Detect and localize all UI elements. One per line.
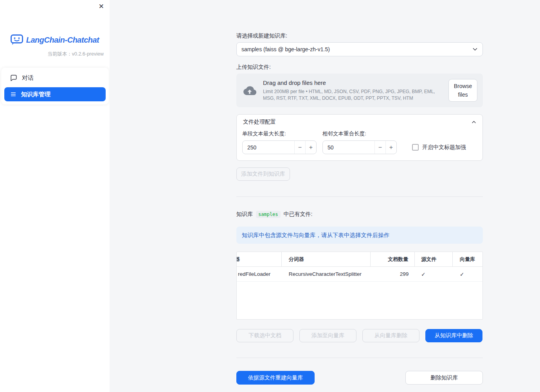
chevron-up-icon (471, 119, 477, 125)
kb-select-label: 请选择或新建知识库: (236, 32, 483, 40)
cell-vector-store-check: ✓ (453, 267, 482, 281)
table-header-row: 器 分词器 文档数量 源文件 向量库 (237, 252, 482, 267)
chinese-title-checkbox[interactable] (412, 144, 419, 151)
sidebar-menu: 对话 知识库管理 (1, 68, 109, 104)
add-to-vector-store-button[interactable]: 添加至向量库 (299, 329, 356, 342)
file-config-expander-header[interactable]: 文件处理配置 (237, 115, 482, 129)
cloud-upload-icon (243, 85, 257, 96)
kb-files-suffix: 中已有文件: (284, 211, 313, 218)
kb-selectbox-value: samples (faiss @ bge-large-zh-v1.5) (241, 46, 330, 52)
table-row[interactable]: redFileLoader RecursiveCharacterTextSpli… (237, 267, 482, 282)
overlap-size-value[interactable]: 50 (323, 141, 374, 154)
kb-name-code: samples (256, 211, 281, 218)
chevron-down-icon (472, 46, 479, 53)
sidebar-item-knowledge-base[interactable]: 知识库管理 (4, 87, 106, 101)
cell-splitter: RecursiveCharacterTextSplitter (282, 267, 371, 281)
delete-kb-button[interactable]: 删除知识库 (405, 371, 483, 385)
app-logo-text: LangChain-Chatchat (26, 36, 99, 45)
cell-doc-count: 299 (371, 267, 415, 281)
chunk-size-value[interactable]: 250 (243, 141, 294, 154)
close-icon: ✕ (99, 3, 104, 10)
drop-text: Drag and drop files here (263, 79, 442, 86)
chunk-size-input: 250 − + (242, 140, 317, 154)
knowledge-base-icon (10, 91, 16, 97)
kb-management-buttons: 依据源文件重建向量库 删除知识库 (236, 371, 483, 385)
cell-loader: redFileLoader (237, 267, 282, 281)
kb-files-heading: 知识库 samples 中已有文件: (236, 211, 483, 218)
file-action-buttons: 下载选中文档 添加至向量库 从向量库删除 从知识库中删除 (236, 329, 483, 342)
browse-files-button[interactable]: Browse files (448, 79, 477, 102)
kb-files-prefix: 知识库 (236, 211, 253, 218)
overlap-size-input: 50 − + (322, 140, 397, 154)
overlap-size-increment-button[interactable]: + (385, 141, 396, 154)
divider (236, 358, 483, 358)
kb-selectbox[interactable]: samples (faiss @ bge-large-zh-v1.5) (236, 42, 483, 56)
upload-limit-text: Limit 200MB per file • HTML, MD, JSON, C… (263, 88, 442, 101)
overlap-size-group: 相邻文本重合长度: 50 − + (322, 130, 397, 154)
chinese-title-checkbox-label: 开启中文标题加强 (422, 144, 466, 151)
version-label: 当前版本：v0.2.6-preview (0, 51, 110, 58)
chunk-size-label: 单段文本最大长度: (242, 130, 317, 137)
kb-files-table: 器 分词器 文档数量 源文件 向量库 redFileLoader Recursi… (236, 252, 483, 320)
delete-from-kb-button[interactable]: 从知识库中删除 (425, 329, 482, 342)
content-column: 请选择或新建知识库: samples (faiss @ bge-large-zh… (236, 0, 483, 385)
column-header-vector-store[interactable]: 向量库 (453, 252, 482, 266)
file-config-body: 单段文本最大长度: 250 − + 相邻文本重合长度: 50 − + (237, 129, 482, 160)
divider (236, 196, 483, 197)
overlap-size-decrement-button[interactable]: − (374, 141, 385, 154)
column-header-splitter[interactable]: 分词器 (282, 252, 371, 266)
download-selected-button[interactable]: 下载选中文档 (236, 329, 293, 342)
sidebar-item-dialogue[interactable]: 对话 (4, 71, 106, 85)
sidebar-close-button[interactable]: ✕ (99, 3, 104, 10)
chunk-size-decrement-button[interactable]: − (294, 141, 305, 154)
add-files-to-kb-button[interactable]: 添加文件到知识库 (236, 167, 290, 181)
chunk-size-group: 单段文本最大长度: 250 − + (242, 130, 317, 154)
sidebar-item-label: 知识库管理 (21, 91, 50, 98)
cell-source-file-check: ✓ (415, 267, 453, 281)
rebuild-vector-store-button[interactable]: 依据源文件重建向量库 (236, 371, 315, 385)
upload-label: 上传知识文件: (236, 64, 483, 71)
file-config-expander: 文件处理配置 单段文本最大长度: 250 − + 相邻文 (236, 114, 483, 161)
overlap-size-label: 相邻文本重合长度: (322, 130, 397, 137)
sidebar: ✕ LangChain-Chatchat 当前版本：v0.2.6-preview… (0, 0, 110, 392)
delete-from-vector-store-button[interactable]: 从向量库删除 (362, 329, 419, 342)
app-logo: LangChain-Chatchat (0, 34, 110, 45)
sidebar-item-label: 对话 (22, 74, 34, 82)
chinese-title-option: 开启中文标题加强 (412, 140, 466, 154)
file-config-title: 文件处理配置 (243, 119, 276, 126)
spacer (315, 371, 405, 385)
info-alert: 知识库中包含源文件与向量库，请从下表中选择文件后操作 (236, 227, 483, 244)
file-dropzone[interactable]: Drag and drop files here Limit 200MB per… (236, 74, 483, 107)
column-header-loader[interactable]: 器 (237, 252, 282, 266)
column-header-source-file[interactable]: 源文件 (415, 252, 453, 266)
main-area: 请选择或新建知识库: samples (faiss @ bge-large-zh… (110, 0, 540, 392)
chat-logo-icon (11, 34, 23, 45)
column-header-doc-count[interactable]: 文档数量 (371, 252, 415, 266)
uploader-texts: Drag and drop files here Limit 200MB per… (263, 79, 442, 101)
chunk-size-increment-button[interactable]: + (305, 141, 316, 154)
chat-bubble-icon (10, 74, 17, 81)
